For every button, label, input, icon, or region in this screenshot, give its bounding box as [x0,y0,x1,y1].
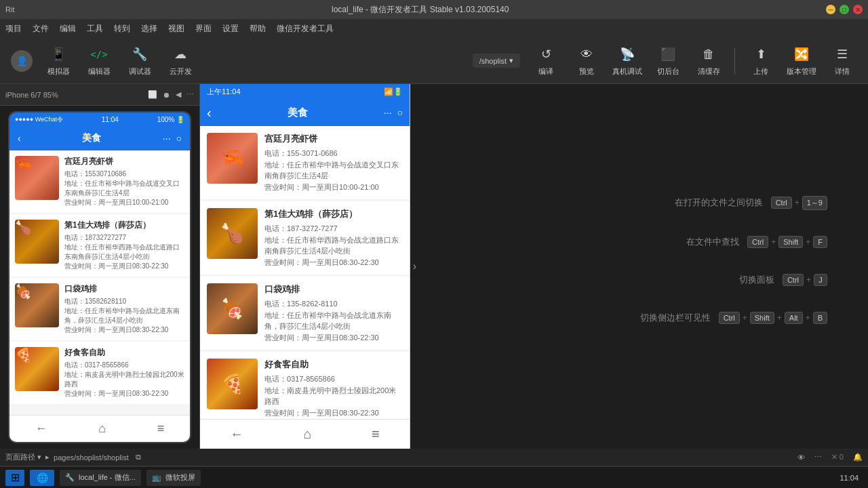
path-label[interactable]: 页面路径 ▾ [5,452,41,462]
food-item-2[interactable]: 🍗 第1佳大鸡排（薛莎店） 电话：18732727277 地址：任丘市裕华西路与… [9,214,190,277]
mid-food-info-2: 第1佳大鸡排（薛莎店） 电话：187-3272-7277 地址：任丘市裕华西路与… [264,208,403,268]
food-item-3[interactable]: 🍖 口袋鸡排 电话：13582628110 地址：任丘市裕华中路与会战北道东南角… [9,278,190,340]
path-copy-icon[interactable]: ⧉ [136,453,141,462]
screen-icon[interactable]: ⬜ [148,90,157,99]
mid-back-btn[interactable]: ‹ [207,105,212,121]
menu-bar: 项目 文件 编辑 工具 转到 选择 视图 界面 设置 帮助 微信开发者工具 [0,19,868,38]
toolbar-editor[interactable]: </> 编辑器 [84,45,114,77]
taskbar-app-1[interactable]: 🔧 local_life - 微信... [60,470,141,486]
kbd-j: J [814,274,827,286]
editor-icon: </> [90,45,108,64]
path-dropdown-icon[interactable]: ▾ [509,56,513,65]
more-icon[interactable]: ⋯ [186,90,194,99]
menu-file[interactable]: 文件 [33,23,49,35]
mid-bottom-nav: ← ⌂ ≡ [200,419,410,449]
kbd-sep-4a: + [743,313,747,323]
menu-settings[interactable]: 设置 [222,23,239,35]
toolbar-details[interactable]: ☰ 详情 [827,45,857,77]
mid-nav-bar: ‹ 美食 ··· ○ [200,99,410,126]
mid-food-phone-3: 电话：135-8262-8110 [264,298,403,310]
record-icon[interactable]: ⏺ [163,91,170,99]
toolbar-clearcache[interactable]: 🗑 清缓存 [694,45,724,77]
menu-goto[interactable]: 转到 [114,23,130,35]
food-name-2: 第1佳大鸡排（薛莎店） [64,220,184,231]
minimize-button[interactable]: ─ [826,5,835,14]
mid-circle-btn[interactable]: ○ [397,107,403,118]
toolbar-preview[interactable]: 👁 预览 [572,45,601,77]
menu-view[interactable]: 视图 [168,23,184,35]
taskbar-start-button[interactable]: ⊞ [5,470,24,486]
food-address-4: 地址：南皮县光明中路烈士陵园北200米路西 [64,370,184,389]
kbd-alt-4: Alt [785,312,803,324]
toolbar-compile[interactable]: ↺ 编译 [531,45,561,77]
mid-back-nav[interactable]: ← [230,426,243,442]
phone-more-btn[interactable]: ··· [160,130,174,146]
mid-home-nav[interactable]: ⌂ [304,426,312,442]
mid-more-btn[interactable]: ··· [384,107,392,118]
menu-help[interactable]: 帮助 [250,23,266,35]
toolbar-versionmgmt[interactable]: 🔀 版本管理 [787,45,816,77]
toolbar-compile-label: 编译 [538,66,553,77]
phone-back-btn[interactable]: ‹ [15,130,24,146]
taskbar-chrome[interactable]: 🌐 [30,470,54,486]
compile-icon: ↺ [536,45,555,64]
windows-icon: ⊞ [11,471,20,484]
mid-food-hours-2: 营业时间：周一至周日08:30-22:30 [264,257,403,268]
food-hours-4: 营业时间：周一至周日08:30-22:30 [64,389,184,399]
close-button[interactable]: ✕ [853,5,863,14]
back-icon[interactable]: ◀ [176,90,181,99]
phone-back-nav[interactable]: ← [35,422,47,436]
menu-project[interactable]: 项目 [5,23,22,35]
phone-menu-nav[interactable]: ≡ [157,422,165,436]
food-hours-3: 营业时间：周一至周日08:30-22:30 [64,325,184,335]
toolbar-backend[interactable]: ⬛ 切后台 [653,45,683,77]
kbd-ctrl-2: Ctrl [747,236,768,248]
toolbar-upload[interactable]: ⬆ 上传 [746,45,776,77]
mid-food-hours-3: 营业时间：周一至周日08:30-22:30 [264,332,403,344]
toolbar-debugger-label: 调试器 [129,66,151,77]
toolbar-debugger[interactable]: 🔧 调试器 [125,45,155,77]
mid-food-info-3: 口袋鸡排 电话：135-8262-8110 地址：任丘市裕华中路与会战北道东南角… [264,283,403,343]
shortcut-label-4: 切换侧边栏可见性 [640,312,711,324]
maximize-button[interactable]: □ [840,5,849,14]
path-error-icon: ✕ 0 [831,453,844,462]
food-item-4[interactable]: 🍕 好食客自助 电话：0317-8565866 地址：南皮县光明中路烈士陵园北2… [9,342,190,404]
phone-home-nav[interactable]: ⌂ [98,422,106,436]
toolbar-simulator[interactable]: 📱 模拟器 [43,45,73,77]
phone-circle-btn[interactable]: ○ [174,130,184,146]
mid-food-address-4: 地址：南皮县光明中路烈士陵园北200米路西 [264,385,403,407]
cloud-icon: ☁ [171,45,190,64]
mid-menu-nav[interactable]: ≡ [372,426,380,442]
panel-arrow: › [413,260,416,272]
taskbar: ⊞ 🌐 🔧 local_life - 微信... 📺 微软投屏 11:04 [0,466,868,488]
path-more-icon[interactable]: ⋯ [814,453,822,462]
menu-devtools[interactable]: 微信开发者工具 [277,23,334,35]
simulator-panel: iPhone 6/7 85% ⬜ ⏺ ◀ ⋯ ●●●●● WeChat令 11:… [0,84,200,449]
toolbar-realtest[interactable]: 📡 真机调试 [612,45,642,77]
kbd-sep-3: + [806,275,811,285]
food-img-3: 🍖 [15,283,59,327]
menu-edit[interactable]: 编辑 [60,23,76,35]
mid-food-img-3: 🍖 [207,283,258,334]
toolbar-preview-label: 预览 [579,66,594,77]
middle-panel: 上午11:04 📶🔋 ‹ 美食 ··· ○ 🦐 宫廷月亮虾饼 电话：155-30… [200,84,410,449]
menu-interface[interactable]: 界面 [195,23,212,35]
mid-food-phone-1: 电话：155-3071-0686 [264,148,403,159]
taskbar-app-2[interactable]: 📺 微软投屏 [146,470,201,486]
versionmgmt-icon: 🔀 [792,45,811,64]
mid-food-item-4[interactable]: 🍕 好食客自助 电话：0317-8565866 地址：南皮县光明中路烈士陵园北2… [200,352,410,419]
kbd-f: F [813,236,827,248]
mid-food-item-2[interactable]: 🍗 第1佳大鸡排（薛莎店） 电话：187-3272-7277 地址：任丘市裕华西… [200,201,410,274]
food-phone-1: 电话：15530710686 [64,169,184,179]
food-info-1: 宫廷月亮虾饼 电话：15530710686 地址：任丘市裕华中路与会战道交叉口东… [64,156,184,207]
mid-food-img-4: 🍕 [207,359,258,409]
path-eye-icon[interactable]: 👁 [797,453,805,462]
toolbar-cloud[interactable]: ☁ 云开发 [165,45,195,77]
menu-tools[interactable]: 工具 [87,23,103,35]
food-item-1[interactable]: 🦐 宫廷月亮虾饼 电话：15530710686 地址：任丘市裕华中路与会战道交叉… [9,150,190,213]
food-name-1: 宫廷月亮虾饼 [64,156,184,167]
mid-food-item-1[interactable]: 🦐 宫廷月亮虾饼 电话：155-3071-0686 地址：任丘市裕华中路与会战道… [200,126,410,199]
mid-food-item-3[interactable]: 🍖 口袋鸡排 电话：135-8262-8110 地址：任丘市裕华中路与会战北道东… [200,277,410,350]
shortcut-label-2: 在文件中查找 [686,236,739,248]
menu-select[interactable]: 选择 [141,23,157,35]
